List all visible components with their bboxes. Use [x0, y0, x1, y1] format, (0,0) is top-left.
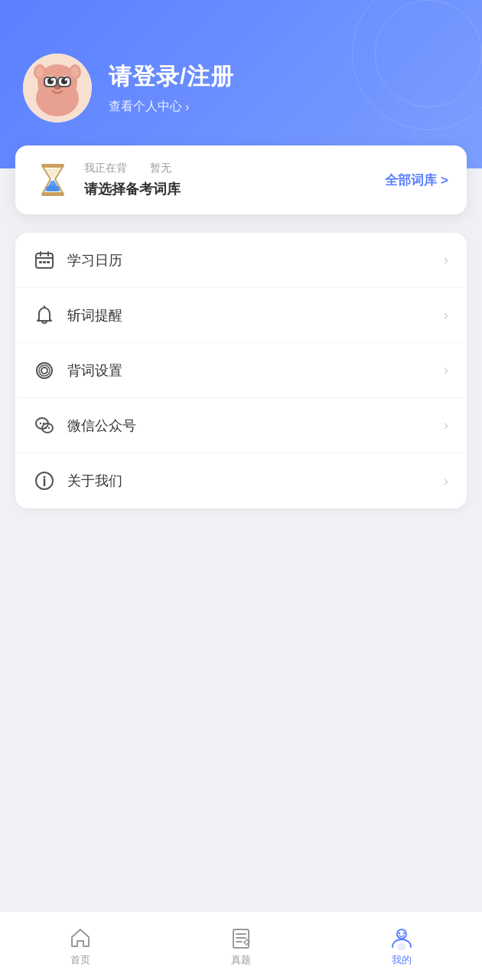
nav-label-practice: 真题	[231, 953, 251, 967]
vocab-name: 请选择备考词库	[84, 180, 385, 198]
vocab-label: 我正在背	[84, 162, 127, 175]
menu-text-about: 关于我们	[67, 472, 444, 490]
svg-point-11	[51, 79, 54, 81]
svg-point-6	[71, 67, 79, 77]
menu-text-word-reminder: 斩词提醒	[67, 306, 444, 325]
chevron-right-icon-2: ›	[444, 307, 448, 323]
chevron-right-icon-4: ›	[444, 417, 448, 433]
mine-icon	[389, 926, 414, 950]
svg-point-34	[43, 422, 44, 423]
settings-icon	[34, 360, 55, 381]
vocab-status: 暂无	[150, 162, 171, 175]
nav-item-home[interactable]: 首页	[0, 926, 161, 967]
menu-text-wechat: 微信公众号	[67, 416, 444, 435]
info-icon	[34, 470, 55, 492]
home-icon	[68, 926, 93, 950]
wechat-icon	[34, 415, 55, 436]
hourglass-icon	[34, 161, 72, 199]
chevron-icon: ›	[185, 100, 189, 114]
chevron-right-icon: ›	[444, 252, 448, 268]
nav-label-home: 首页	[70, 953, 90, 967]
svg-point-39	[44, 476, 46, 479]
login-title[interactable]: 请登录/注册	[109, 61, 234, 93]
calendar-icon	[34, 250, 55, 271]
personal-center-link[interactable]: 查看个人中心 ›	[109, 99, 234, 115]
header-info: 请登录/注册 查看个人中心 ›	[109, 61, 234, 115]
chevron-right-icon-3: ›	[444, 362, 448, 378]
nav-item-mine[interactable]: 我的	[321, 926, 482, 967]
svg-point-44	[397, 929, 406, 939]
all-vocab-button[interactable]: 全部词库 >	[385, 172, 448, 189]
bell-icon	[34, 305, 55, 326]
svg-point-29	[41, 368, 47, 374]
svg-rect-24	[39, 261, 42, 263]
svg-point-33	[40, 422, 41, 423]
svg-rect-25	[43, 261, 46, 263]
svg-point-47	[403, 933, 405, 934]
menu-text-word-settings: 背词设置	[67, 361, 444, 380]
bottom-nav: 首页 真题 我的	[0, 911, 482, 980]
vocab-info: 我正在背 暂无 请选择备考词库	[84, 162, 385, 198]
svg-point-19	[46, 185, 60, 191]
svg-point-46	[399, 933, 400, 934]
menu-item-word-settings[interactable]: 背词设置 ›	[15, 343, 467, 398]
chevron-right-icon-5: ›	[444, 473, 448, 489]
svg-rect-26	[47, 261, 50, 263]
menu-section: 学习日历 › 斩词提醒 ›	[15, 233, 467, 508]
practice-icon	[229, 926, 253, 950]
vocab-card[interactable]: 我正在背 暂无 请选择备考词库 全部词库 >	[15, 145, 467, 214]
menu-text-study-calendar: 学习日历	[67, 251, 444, 270]
svg-point-5	[36, 67, 44, 77]
menu-item-wechat[interactable]: 微信公众号 ›	[15, 398, 467, 453]
svg-point-45	[398, 943, 405, 950]
svg-rect-20	[36, 253, 53, 268]
avatar[interactable]	[23, 54, 92, 122]
svg-point-36	[48, 426, 50, 428]
menu-item-study-calendar[interactable]: 学习日历 ›	[15, 233, 467, 288]
nav-label-mine: 我的	[392, 953, 412, 967]
nav-item-practice[interactable]: 真题	[161, 926, 321, 967]
svg-point-35	[45, 426, 47, 428]
menu-item-word-reminder[interactable]: 斩词提醒 ›	[15, 288, 467, 343]
menu-item-about[interactable]: 关于我们 ›	[15, 453, 467, 508]
header-decoration	[337, 0, 482, 145]
header: 请登录/注册 查看个人中心 ›	[0, 0, 482, 168]
svg-point-12	[65, 79, 67, 81]
